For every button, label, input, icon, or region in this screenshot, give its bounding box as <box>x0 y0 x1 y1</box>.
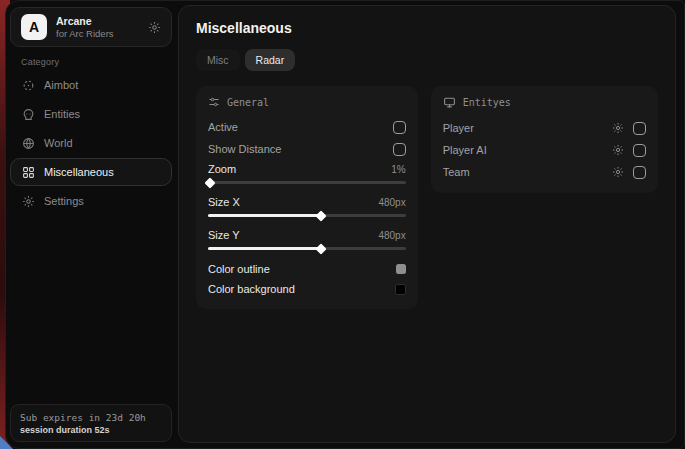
slider-value: 1% <box>391 164 405 175</box>
team-settings-gear-icon[interactable] <box>612 166 624 178</box>
page-title: Miscellaneous <box>196 20 658 36</box>
app-window: A Arcane for Arc Riders Category <box>5 0 685 449</box>
crosshair-icon <box>22 79 35 92</box>
session-duration-text: session duration 52s <box>20 425 162 435</box>
sidebar-item-label: Miscellaneous <box>44 166 114 178</box>
slider-value: 480px <box>378 230 405 241</box>
globe-icon <box>22 137 35 150</box>
color-row-background: Color background <box>208 279 406 299</box>
sidebar-item-label: Entities <box>44 108 80 120</box>
toggle-label: Show Distance <box>208 143 393 155</box>
toggle-row-active: Active <box>208 116 406 138</box>
tab-misc[interactable]: Misc <box>196 49 240 71</box>
tab-bar: Misc Radar <box>196 49 658 71</box>
sidebar-item-label: Settings <box>44 195 84 207</box>
slider-row-size-y: Size Y 480px <box>208 226 406 250</box>
general-card: General Active Show Distance Zoom 1% <box>196 86 418 309</box>
slider-fill <box>208 247 321 250</box>
slider-thumb[interactable] <box>315 243 326 254</box>
slider-label: Size Y <box>208 229 378 241</box>
entity-label: Player AI <box>443 144 612 156</box>
app-logo: A <box>21 14 47 40</box>
settings-cards: General Active Show Distance Zoom 1% <box>196 86 658 309</box>
color-label: Color outline <box>208 263 396 275</box>
slider-value: 480px <box>378 197 405 208</box>
toggle-row-show-distance: Show Distance <box>208 138 406 160</box>
zoom-slider[interactable] <box>208 181 406 184</box>
sidebar: A Arcane for Arc Riders Category <box>6 1 176 448</box>
general-card-header: General <box>208 96 406 108</box>
app-name: Arcane <box>56 15 139 28</box>
slider-row-zoom: Zoom 1% <box>208 160 406 184</box>
subscription-card: Sub expires in 23d 20h session duration … <box>10 404 172 442</box>
slider-label: Zoom <box>208 163 391 175</box>
slider-row-size-x: Size X 480px <box>208 193 406 217</box>
entity-row-player: Player <box>443 117 646 139</box>
sidebar-item-aimbot[interactable]: Aimbot <box>10 71 172 99</box>
slider-thumb[interactable] <box>315 210 326 221</box>
entities-card-header: Entityes <box>443 96 646 109</box>
general-card-title: General <box>227 97 269 108</box>
entity-label: Player <box>443 122 612 134</box>
color-background-swatch[interactable] <box>395 284 406 295</box>
sidebar-item-entities[interactable]: Entities <box>10 100 172 128</box>
brand-card: A Arcane for Arc Riders <box>10 7 172 47</box>
monitor-icon <box>443 96 456 109</box>
entity-label: Team <box>443 166 612 178</box>
brand-text: Arcane for Arc Riders <box>56 15 139 39</box>
brand-gear-icon[interactable] <box>148 21 161 34</box>
player-checkbox[interactable] <box>633 122 646 135</box>
sliders-icon <box>208 96 220 108</box>
size-x-slider[interactable] <box>208 214 406 217</box>
sidebar-item-world[interactable]: World <box>10 129 172 157</box>
size-y-slider[interactable] <box>208 247 406 250</box>
entities-card: Entityes Player Player AI <box>431 86 658 193</box>
sub-expiry-text: Sub expires in 23d 20h <box>20 412 162 423</box>
slider-thumb[interactable] <box>204 177 215 188</box>
sidebar-item-miscellaneous[interactable]: Miscellaneous <box>10 158 172 186</box>
sidebar-item-label: Aimbot <box>44 79 78 91</box>
player-ai-checkbox[interactable] <box>633 144 646 157</box>
player-ai-settings-gear-icon[interactable] <box>612 144 624 156</box>
app-subtitle: for Arc Riders <box>56 28 139 39</box>
color-row-outline: Color outline <box>208 259 406 279</box>
player-settings-gear-icon[interactable] <box>612 122 624 134</box>
mouse-cursor <box>0 436 13 449</box>
entity-row-team: Team <box>443 161 646 183</box>
category-label: Category <box>21 57 59 67</box>
color-outline-swatch[interactable] <box>396 264 406 274</box>
tab-radar[interactable]: Radar <box>245 49 296 71</box>
toggle-label: Active <box>208 121 393 133</box>
slider-fill <box>208 214 321 217</box>
show-distance-checkbox[interactable] <box>393 143 406 156</box>
grid-icon <box>22 166 35 179</box>
slider-label: Size X <box>208 196 378 208</box>
skull-icon <box>22 108 35 121</box>
gear-icon <box>22 195 35 208</box>
sidebar-item-settings[interactable]: Settings <box>10 187 172 215</box>
main-panel: Miscellaneous Misc Radar General <box>178 5 676 443</box>
active-checkbox[interactable] <box>393 121 406 134</box>
entity-row-player-ai: Player AI <box>443 139 646 161</box>
sidebar-item-label: World <box>44 137 73 149</box>
entities-card-title: Entityes <box>463 97 511 108</box>
team-checkbox[interactable] <box>633 166 646 179</box>
color-label: Color background <box>208 283 395 295</box>
sidebar-nav: Aimbot Entities <box>10 71 172 216</box>
